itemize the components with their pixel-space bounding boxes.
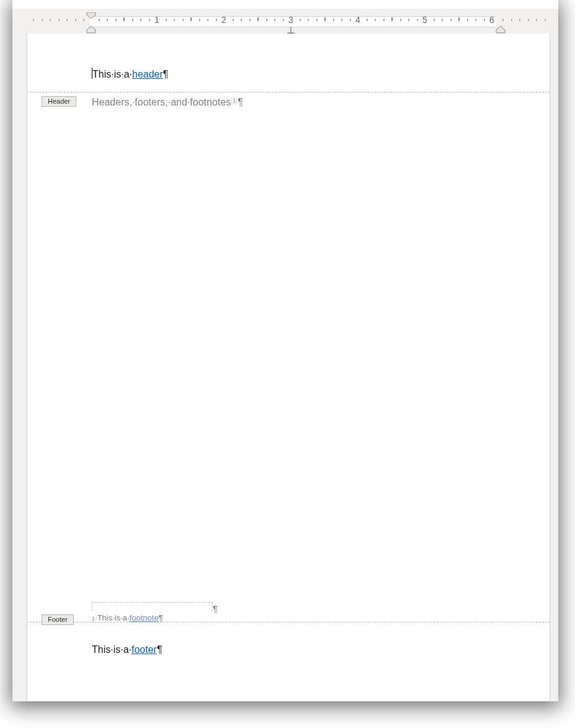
ruler-number: 4 [355, 15, 360, 25]
ruler-tick-minor [300, 19, 301, 21]
ruler-tick-minor [83, 19, 84, 21]
ruler-tick-minor [417, 19, 418, 21]
header-boundary-line [27, 92, 550, 92]
pilcrow-icon: ¶ [157, 644, 163, 655]
ruler-tick-minor [115, 19, 117, 21]
hanging-indent-marker-icon[interactable] [86, 26, 94, 32]
ruler-tick-minor [375, 19, 376, 21]
footnote-reference-mark: 1 [231, 97, 237, 104]
svg-marker-0 [87, 12, 96, 19]
ruler-tick-minor [107, 19, 108, 21]
horizontal-ruler[interactable]: 1 2 3 4 5 6 /* generated inline below */… [12, 9, 558, 34]
ruler-tick-minor [249, 19, 251, 21]
ruler-tick-minor [199, 19, 200, 21]
ruler-tick-minor [316, 19, 318, 21]
ruler-tick-minor [333, 19, 334, 21]
ruler-tick-minor [442, 19, 443, 21]
ruler-tick [391, 17, 393, 21]
ruler-tick-minor [207, 19, 208, 21]
ruler-tick [324, 17, 326, 21]
ruler-tick-minor [233, 19, 234, 21]
svg-marker-2 [496, 26, 505, 33]
ruler-tick-minor [33, 19, 34, 21]
text-cursor-icon [92, 68, 92, 79]
ruler-tick-minor [519, 19, 520, 21]
ruler-tick [123, 17, 125, 21]
ruler-number: 1 [154, 15, 159, 25]
ruler-tick-minor [42, 19, 43, 21]
ruler-tick [257, 17, 259, 21]
ruler-tick-minor [383, 19, 385, 21]
ruler-tick [458, 17, 460, 21]
first-line-indent-marker-icon[interactable] [86, 12, 94, 18]
ruler-tick-minor [132, 19, 133, 21]
ruler-tick-minor [536, 19, 537, 21]
ruler-number: 2 [221, 15, 226, 25]
ruler-tick-minor [182, 19, 184, 21]
ruler-tick-minor [450, 19, 452, 21]
footnote-separator [92, 602, 213, 611]
document-body-text[interactable]: Headers,·footers,·and·footnotes1¶ [92, 97, 243, 108]
pilcrow-icon: ¶ [163, 69, 169, 80]
ruler-tick-minor [350, 19, 351, 21]
page-footer-text[interactable]: This·is·a·footer¶ [92, 644, 163, 655]
word-document-window: 1 2 3 4 5 6 /* generated inline below */… [12, 0, 558, 701]
footnote-prefix: ·This·is·a· [95, 613, 130, 622]
svg-marker-1 [87, 26, 96, 33]
ruler-tick-minor [467, 19, 468, 21]
body-text: Headers,·footers,·and·footnotes [92, 97, 231, 108]
ruler-number: 5 [422, 15, 427, 25]
ruler-tick-minor [274, 19, 275, 21]
ruler-tick-minor [66, 19, 68, 21]
header-prefix: This·is·a· [92, 69, 132, 80]
pilcrow-icon: ¶ [159, 613, 163, 622]
page-gutter-left [12, 34, 27, 701]
footer-prefix: This·is·a· [92, 644, 131, 655]
ruler-tick-minor [400, 19, 401, 21]
pilcrow-icon: ¶ [213, 603, 218, 614]
ruler-tick-minor [174, 19, 175, 21]
footer-link-word: footer [131, 644, 157, 655]
footnote-link-word: footnote [130, 613, 159, 622]
ruler-tick-minor [75, 19, 76, 21]
page-gutter-right [550, 34, 558, 701]
ruler-tick-minor [511, 19, 512, 21]
ruler-tick-minor [341, 19, 342, 21]
footnote-text[interactable]: 1·This·is·a·footnote¶ [92, 613, 163, 622]
ruler-tick-minor [283, 19, 284, 21]
header-link-word: header [132, 69, 163, 80]
ruler-tick-minor [241, 19, 242, 21]
ruler-tick-minor [140, 19, 141, 21]
footer-tag[interactable]: Footer [42, 614, 74, 625]
ruler-tick-minor [166, 19, 167, 21]
ruler-tick-minor [367, 19, 368, 21]
ruler-tick [190, 17, 192, 21]
ruler-tick-minor [216, 19, 217, 21]
ruler-tick-minor [99, 19, 100, 21]
ruler-tick-minor [475, 19, 476, 21]
ruler-tick-minor [149, 19, 150, 21]
ruler-tick-minor [308, 19, 309, 21]
ruler-tick-minor [502, 19, 504, 21]
ruler-tick-minor [50, 19, 51, 21]
ruler-tick-minor [528, 19, 529, 21]
page-header-text[interactable]: This·is·a·header¶ [92, 66, 168, 80]
ruler-tick-minor [58, 19, 60, 21]
pilcrow-icon: ¶ [238, 97, 243, 108]
ruler-tick-minor [484, 19, 485, 21]
ruler-number: 3 [288, 15, 293, 25]
header-tag[interactable]: Header [42, 96, 76, 107]
document-page[interactable] [27, 34, 550, 701]
ruler-tick-minor [545, 19, 546, 21]
ruler-tick-minor [434, 19, 435, 21]
ruler-tick-minor [266, 19, 267, 21]
menu-bar-fragment [12, 0, 558, 9]
ruler-tick-minor [408, 19, 409, 21]
ruler-number: 6 [489, 15, 494, 25]
